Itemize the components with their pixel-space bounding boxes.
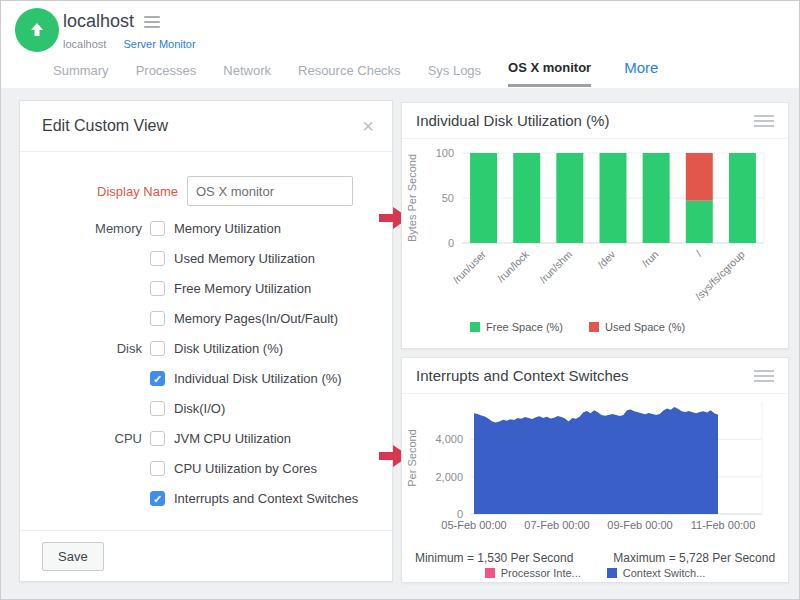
checkbox-label: CPU Utilization by Cores bbox=[174, 461, 317, 476]
metric-checkbox-list: MemoryMemory UtilizationUsed Memory Util… bbox=[20, 213, 392, 513]
monitor-status-icon bbox=[15, 8, 59, 52]
interrupts-chart-legend: Processor Inte...Context Switch... bbox=[402, 567, 788, 579]
tab-sys-logs[interactable]: Sys Logs bbox=[428, 63, 481, 87]
disk-utilization-card: Individual Disk Utilization (%) 050100By… bbox=[401, 102, 789, 349]
group-label-memory: Memory bbox=[42, 221, 142, 236]
metric-row: Disk(I/O) bbox=[20, 393, 392, 423]
checkbox-label: Memory Utilization bbox=[174, 221, 281, 236]
checkbox-interrupts-and-context-switches[interactable]: ✓ bbox=[150, 491, 165, 506]
legend-label: Context Switch... bbox=[623, 567, 706, 579]
breadcrumb-host: localhost bbox=[63, 38, 106, 50]
svg-text:2,000: 2,000 bbox=[435, 471, 463, 483]
disk-utilization-bar-chart: 050100Bytes Per Second/run/user/run/lock… bbox=[402, 139, 774, 315]
svg-text:/run/user: /run/user bbox=[450, 248, 488, 286]
metric-row: ✓Interrupts and Context Switches bbox=[20, 483, 392, 513]
display-name-input[interactable] bbox=[187, 176, 353, 206]
metric-row: ✓Individual Disk Utilization (%) bbox=[20, 363, 392, 393]
breadcrumb-server-monitor-link[interactable]: Server Monitor bbox=[123, 38, 195, 50]
svg-text:Bytes Per Second: Bytes Per Second bbox=[406, 154, 418, 242]
tab-summary[interactable]: Summary bbox=[53, 63, 109, 87]
metric-row: DiskDisk Utilization (%) bbox=[20, 333, 392, 363]
svg-text:/run: /run bbox=[639, 248, 660, 269]
svg-text:11-Feb 00:00: 11-Feb 00:00 bbox=[691, 519, 756, 531]
svg-text:100: 100 bbox=[436, 147, 454, 159]
edit-custom-view-panel: Edit Custom View × Display Name MemoryMe… bbox=[19, 100, 393, 582]
checkbox-label: JVM CPU Utilization bbox=[174, 431, 291, 446]
checkbox-memory-pages-in-out-fault-[interactable] bbox=[150, 311, 165, 326]
svg-text:07-Feb 00:00: 07-Feb 00:00 bbox=[524, 519, 589, 531]
svg-text:09-Feb 00:00: 09-Feb 00:00 bbox=[607, 519, 672, 531]
chart-menu-icon[interactable] bbox=[754, 112, 774, 130]
tab-processes[interactable]: Processes bbox=[136, 63, 197, 87]
breadcrumb: localhost Server Monitor bbox=[63, 38, 196, 50]
checkbox-disk-utilization-[interactable] bbox=[150, 341, 165, 356]
svg-text:/dev: /dev bbox=[595, 247, 618, 270]
display-name-row: Display Name bbox=[20, 176, 392, 206]
svg-text:Per Second: Per Second bbox=[406, 429, 418, 486]
svg-text:/run/lock: /run/lock bbox=[495, 247, 532, 284]
legend-swatch-icon bbox=[589, 322, 599, 332]
app-window: localhost localhost Server Monitor Summa… bbox=[0, 0, 800, 600]
svg-text:05-Feb 00:00: 05-Feb 00:00 bbox=[441, 519, 506, 531]
checkbox-label: Individual Disk Utilization (%) bbox=[174, 371, 342, 386]
group-label-disk: Disk bbox=[42, 341, 142, 356]
checkbox-label: Used Memory Utilization bbox=[174, 251, 315, 266]
metric-row: Used Memory Utilization bbox=[20, 243, 392, 273]
legend-label: Used Space (%) bbox=[605, 321, 685, 333]
legend-label: Processor Inte... bbox=[501, 567, 581, 579]
metric-row: MemoryMemory Utilization bbox=[20, 213, 392, 243]
checkbox-memory-utilization[interactable] bbox=[150, 221, 165, 236]
checkbox-disk-i-o-[interactable] bbox=[150, 401, 165, 416]
legend-swatch-icon bbox=[470, 322, 480, 332]
checkbox-label: Free Memory Utilization bbox=[174, 281, 311, 296]
maximum-label: Maximum = 5,728 Per Second bbox=[613, 551, 775, 565]
disk-chart-legend: Free Space (%)Used Space (%) bbox=[402, 321, 788, 333]
minmax-row: Minimum = 1,530 Per Second Maximum = 5,7… bbox=[402, 551, 788, 565]
legend-item[interactable]: Processor Inte... bbox=[485, 567, 581, 579]
interrupts-area-chart: 02,0004,000Per Second05-Feb 00:0007-Feb … bbox=[402, 394, 774, 544]
checkbox-individual-disk-utilization-[interactable]: ✓ bbox=[150, 371, 165, 386]
legend-swatch-icon bbox=[607, 568, 617, 578]
tab-network[interactable]: Network bbox=[223, 63, 271, 87]
checkbox-label: Interrupts and Context Switches bbox=[174, 491, 358, 506]
display-name-label: Display Name bbox=[42, 184, 178, 199]
interrupts-card: Interrupts and Context Switches 02,0004,… bbox=[401, 357, 789, 583]
minimum-label: Minimum = 1,530 Per Second bbox=[415, 551, 573, 565]
metric-row: Memory Pages(In/Out/Fault) bbox=[20, 303, 392, 333]
app-header: localhost localhost Server Monitor Summa… bbox=[1, 1, 799, 89]
disk-chart-title: Individual Disk Utilization (%) bbox=[416, 112, 609, 129]
legend-label: Free Space (%) bbox=[486, 321, 563, 333]
tab-resource-checks[interactable]: Resource Checks bbox=[298, 63, 401, 87]
save-button[interactable]: Save bbox=[42, 542, 104, 571]
up-arrow-icon bbox=[27, 20, 47, 40]
group-label-cpu: CPU bbox=[42, 431, 142, 446]
close-icon[interactable]: × bbox=[362, 116, 374, 136]
tab-os-x-monitor[interactable]: OS X monitor bbox=[508, 60, 591, 87]
panel-footer: Save bbox=[20, 530, 392, 581]
checkbox-cpu-utilization-by-cores[interactable] bbox=[150, 461, 165, 476]
metric-row: CPU Utilization by Cores bbox=[20, 453, 392, 483]
tab-more[interactable]: More bbox=[624, 59, 658, 87]
svg-text:0: 0 bbox=[448, 237, 454, 249]
legend-swatch-icon bbox=[485, 568, 495, 578]
checkbox-free-memory-utilization[interactable] bbox=[150, 281, 165, 296]
svg-text:4,000: 4,000 bbox=[435, 433, 463, 445]
metric-row: CPUJVM CPU Utilization bbox=[20, 423, 392, 453]
panel-title: Edit Custom View bbox=[42, 117, 168, 135]
metric-row: Free Memory Utilization bbox=[20, 273, 392, 303]
legend-item[interactable]: Used Space (%) bbox=[589, 321, 685, 333]
chart-menu-icon[interactable] bbox=[754, 367, 774, 385]
checkbox-used-memory-utilization[interactable] bbox=[150, 251, 165, 266]
title-menu-icon[interactable] bbox=[144, 13, 160, 31]
legend-item[interactable]: Context Switch... bbox=[607, 567, 706, 579]
svg-text:/: / bbox=[693, 248, 704, 259]
checkbox-label: Disk(I/O) bbox=[174, 401, 225, 416]
svg-text:50: 50 bbox=[442, 192, 454, 204]
interrupts-chart-title: Interrupts and Context Switches bbox=[416, 367, 629, 384]
checkbox-label: Disk Utilization (%) bbox=[174, 341, 283, 356]
checkbox-jvm-cpu-utilization[interactable] bbox=[150, 431, 165, 446]
legend-item[interactable]: Free Space (%) bbox=[470, 321, 563, 333]
checkbox-label: Memory Pages(In/Out/Fault) bbox=[174, 311, 338, 326]
tab-bar: SummaryProcessesNetworkResource ChecksSy… bbox=[53, 59, 658, 87]
main-content: Edit Custom View × Display Name MemoryMe… bbox=[1, 88, 799, 599]
